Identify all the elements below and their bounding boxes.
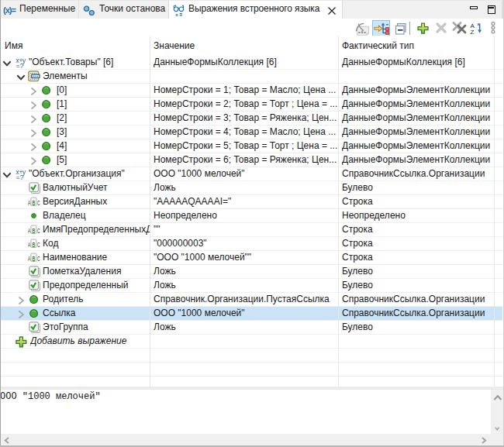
- svg-text:В: В: [33, 198, 36, 207]
- svg-text:=?: =?: [16, 62, 23, 69]
- svg-text:С: С: [37, 226, 40, 235]
- svg-text:А: А: [28, 240, 31, 249]
- svg-text:С: С: [37, 254, 40, 263]
- svg-text:С: С: [37, 240, 40, 249]
- svg-text:С: С: [37, 198, 40, 207]
- svg-text:Z: Z: [471, 29, 475, 36]
- svg-text:А: А: [28, 198, 31, 207]
- svg-text:А: А: [28, 226, 31, 235]
- svg-text:В: В: [33, 226, 36, 235]
- svg-text:В: В: [33, 240, 36, 249]
- svg-text:=?: =?: [16, 174, 23, 181]
- svg-text:x: x: [175, 12, 178, 17]
- svg-text:В: В: [33, 254, 36, 263]
- svg-text:А: А: [28, 254, 31, 263]
